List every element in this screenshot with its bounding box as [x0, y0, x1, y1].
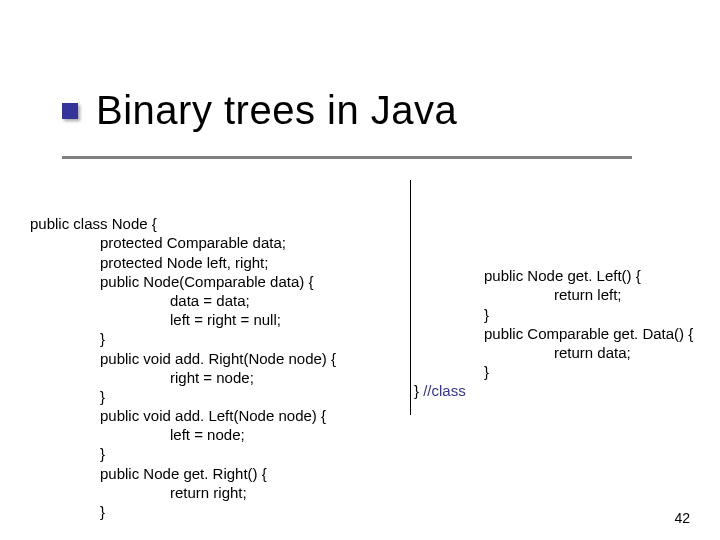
code-line: left = right = null;: [30, 310, 281, 329]
column-divider: [410, 180, 411, 415]
code-line: return left;: [414, 285, 622, 304]
title-underline: [62, 156, 632, 159]
class-close-brace: }: [414, 382, 423, 399]
title-row: Binary trees in Java: [62, 88, 700, 133]
code-line: }: [414, 362, 489, 381]
code-line: } //class: [414, 382, 466, 399]
code-line: }: [30, 444, 105, 463]
title-bullet-icon: [62, 103, 78, 119]
code-line: data = data;: [30, 291, 250, 310]
slide-title: Binary trees in Java: [96, 88, 457, 133]
page-number: 42: [674, 510, 690, 526]
code-line: }: [30, 329, 105, 348]
code-line: public void add. Left(Node node) {: [30, 406, 326, 425]
code-line: protected Node left, right;: [30, 253, 268, 272]
code-line: right = node;: [30, 368, 254, 387]
code-line: left = node;: [30, 425, 245, 444]
code-line: public class Node {: [30, 215, 157, 232]
code-line: public void add. Right(Node node) {: [30, 349, 336, 368]
code-left-column: public class Node { protected Comparable…: [30, 195, 336, 540]
code-line: public Node get. Left() {: [414, 266, 641, 285]
code-line: public Comparable get. Data() {: [414, 324, 693, 343]
code-line: return data;: [414, 343, 631, 362]
slide: Binary trees in Java public class Node {…: [0, 0, 720, 540]
code-line: protected Comparable data;: [30, 233, 286, 252]
code-line: public Node(Comparable data) {: [30, 272, 313, 291]
code-line: }: [30, 387, 105, 406]
code-line: }: [30, 502, 105, 521]
code-line: }: [414, 305, 489, 324]
code-line: public Node get. Right() {: [30, 464, 267, 483]
body-area: public class Node { protected Comparable…: [30, 195, 714, 522]
code-line: return right;: [30, 483, 247, 502]
code-right-column: public Node get. Left() { return left; }…: [414, 247, 693, 420]
class-comment: //class: [423, 382, 466, 399]
